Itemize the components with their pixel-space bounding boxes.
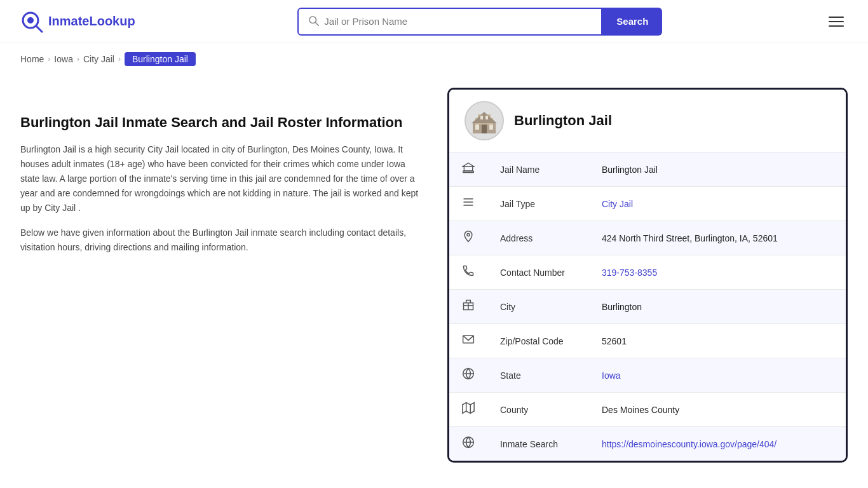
logo-icon [20,10,43,33]
jail-avatar [465,101,504,140]
row-icon [449,324,487,358]
row-icon [449,187,487,221]
row-label: Jail Name [487,152,589,187]
table-row: Zip/Postal Code 52601 [449,324,846,358]
svg-rect-9 [482,125,487,133]
table-row: City Burlington [449,290,846,324]
row-value[interactable]: City Jail [589,187,846,221]
info-value: Des Moines County [602,405,679,415]
info-value: Burlington [602,302,642,312]
search-input[interactable] [324,16,592,27]
row-icon [449,255,487,290]
table-row: Jail Type City Jail [449,187,846,221]
breadcrumb-active: Burlington Jail [125,52,196,66]
row-label: Contact Number [487,255,589,290]
row-value: 52601 [589,324,846,358]
breadcrumb-home[interactable]: Home [20,54,44,64]
table-row: Contact Number 319-753-8355 [449,255,846,290]
row-value: Burlington [589,290,846,324]
svg-rect-11 [489,125,493,130]
row-value[interactable]: Iowa [589,358,846,393]
logo[interactable]: InmateLookup [20,10,135,33]
right-column: Burlington Jail Jail Name Burlington Jai… [447,88,848,463]
svg-point-2 [27,17,34,24]
logo-text: InmateLookup [48,14,135,29]
table-row: Inmate Search https://desmoinescounty.io… [449,427,846,461]
svg-line-4 [316,23,319,26]
table-row: Jail Name Burlington Jail [449,152,846,187]
breadcrumb: Home › Iowa › City Jail › Burlington Jai… [0,43,868,75]
info-link[interactable]: Iowa [602,370,621,381]
page-title: Burlington Jail Inmate Search and Jail R… [20,113,427,132]
jail-card-header: Burlington Jail [449,90,846,152]
row-label: Zip/Postal Code [487,324,589,358]
info-value: 52601 [602,336,627,346]
row-value: Burlington Jail [589,152,846,187]
info-link[interactable]: City Jail [602,199,633,209]
jail-card-name: Burlington Jail [514,112,612,129]
row-label: City [487,290,589,324]
breadcrumb-sep-3: › [118,55,121,64]
breadcrumb-city-jail[interactable]: City Jail [83,54,114,64]
svg-marker-16 [463,163,474,167]
table-row: Address 424 North Third Street, Burlingt… [449,221,846,255]
row-value[interactable]: https://desmoinescounty.iowa.gov/page/40… [589,427,846,461]
svg-line-1 [36,26,42,32]
breadcrumb-iowa[interactable]: Iowa [54,54,73,64]
search-icon [308,15,319,28]
jail-card: Burlington Jail Jail Name Burlington Jai… [447,88,848,463]
svg-point-20 [467,233,470,236]
info-link[interactable]: 319-753-8355 [602,268,657,278]
row-icon [449,358,487,393]
row-value: Des Moines County [589,393,846,427]
table-row: County Des Moines County [449,393,846,427]
breadcrumb-sep-2: › [77,55,79,64]
search-button[interactable]: Search [602,8,662,36]
page-description-1: Burlington Jail is a high security City … [20,142,427,215]
page-description-2: Below we have given information about th… [20,226,427,255]
info-value: Burlington Jail [602,165,658,175]
search-box [297,8,602,36]
svg-rect-15 [464,166,472,171]
hamburger-menu[interactable] [825,13,848,30]
row-icon [449,393,487,427]
info-value: 424 North Third Street, Burlington, IA, … [602,233,778,243]
row-label: Jail Type [487,187,589,221]
row-label: Address [487,221,589,255]
row-icon [449,427,487,461]
row-value[interactable]: 319-753-8355 [589,255,846,290]
search-area: Search [297,8,662,36]
svg-point-3 [309,17,316,24]
info-link[interactable]: https://desmoinescounty.iowa.gov/page/40… [602,439,776,449]
jail-info-table: Jail Name Burlington Jail Jail Type City… [449,152,846,461]
left-column: Burlington Jail Inmate Search and Jail R… [20,88,427,463]
row-icon [449,152,487,187]
svg-rect-10 [475,125,479,130]
table-row: State Iowa [449,358,846,393]
breadcrumb-sep-1: › [48,55,50,64]
svg-marker-8 [471,112,497,123]
svg-rect-13 [485,116,488,119]
svg-rect-12 [480,116,483,119]
row-icon [449,290,487,324]
svg-marker-27 [463,403,474,414]
jail-building-icon [469,105,499,136]
row-label: County [487,393,589,427]
row-label: State [487,358,589,393]
row-value: 424 North Third Street, Burlington, IA, … [589,221,846,255]
main-content: Burlington Jail Inmate Search and Jail R… [0,75,868,488]
row-label: Inmate Search [487,427,589,461]
row-icon [449,221,487,255]
